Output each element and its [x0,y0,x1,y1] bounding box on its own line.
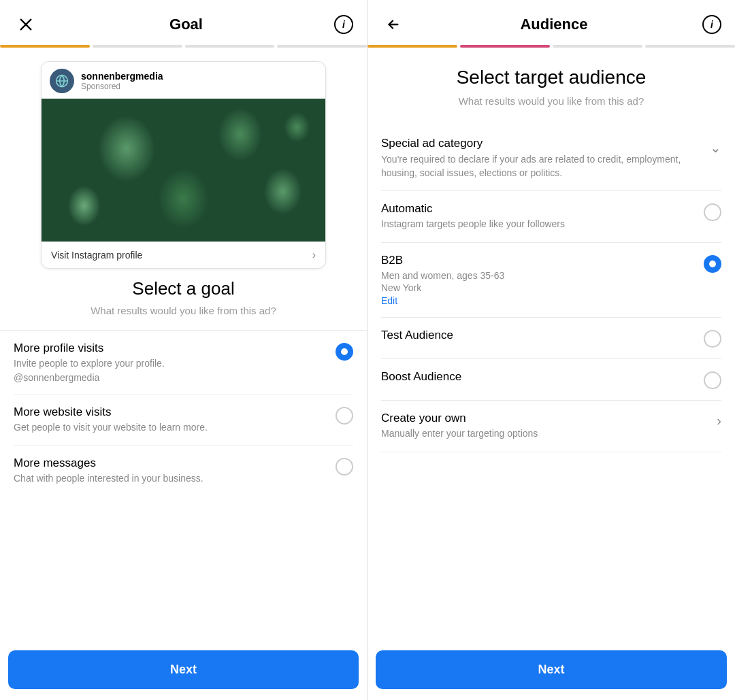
goal-next-button[interactable]: Next [8,650,359,689]
radio-boost[interactable] [704,371,721,389]
audience-options-list: Special ad category You're required to d… [368,126,735,645]
option-website-label: More website visits [14,405,327,419]
boost-label: Boost Audience [381,370,704,384]
radio-test[interactable] [704,330,721,348]
radio-messages[interactable] [336,458,353,476]
card-footer: Visit Instagram profile › [42,241,325,268]
automatic-option-text: Automatic Instagram targets people like … [381,202,704,231]
create-own-chevron-icon: › [717,413,721,429]
option-profile-text: More profile visits Invite people to exp… [14,341,327,383]
goal-option-website-visits[interactable]: More website visits Get people to visit … [14,395,353,446]
option-profile-extra: @sonnenbergmedia [14,372,327,383]
goal-section-subtitle: What results would you like from this ad… [14,305,353,316]
audience-title: Audience [520,16,587,33]
special-category-label: Special ad category [381,137,702,150]
close-button[interactable] [14,12,38,37]
b2b-location: New York [381,282,704,293]
goal-panel: Goal i sonnenbergmedia Sponsored [0,0,368,700]
special-category-desc: You're required to declare if your ads a… [381,153,702,180]
audience-progress-4 [645,45,735,48]
b2b-edit-link[interactable]: Edit [381,295,704,306]
b2b-label: B2B [381,254,704,267]
create-own-desc: Manually enter your targeting options [381,427,717,441]
progress-segment-4 [277,45,367,48]
audience-section-subtitle: What results would you like from this ad… [381,95,721,107]
sponsored-label: Sponsored [81,82,163,91]
account-avatar [50,69,74,93]
card-account-info: sonnenbergmedia Sponsored [81,71,163,91]
audience-option-b2b[interactable]: B2B Men and women, ages 35-63 New York E… [381,243,721,318]
audience-progress-bar [368,45,735,53]
automatic-desc: Instagram targets people like your follo… [381,218,704,231]
chevron-down-icon: ⌄ [710,139,721,156]
ad-preview-card: sonnenbergmedia Sponsored Visit Instagra… [41,61,326,269]
goal-option-profile-visits[interactable]: More profile visits Invite people to exp… [14,331,353,395]
audience-progress-1 [368,45,457,48]
progress-segment-1 [0,45,90,48]
audience-info-button[interactable]: i [702,15,721,34]
test-label: Test Audience [381,329,704,342]
option-website-text: More website visits Get people to visit … [14,405,327,435]
ad-image [42,99,325,241]
radio-b2b[interactable] [704,255,721,273]
goal-section-title: Select a goal [14,278,353,299]
create-own-text: Create your own Manually enter your targ… [381,412,717,441]
audience-option-automatic[interactable]: Automatic Instagram targets people like … [381,191,721,243]
account-name: sonnenbergmedia [81,71,163,82]
create-own-label: Create your own [381,412,717,425]
progress-segment-2 [93,45,182,48]
card-chevron-icon: › [312,249,316,261]
test-option-text: Test Audience [381,329,704,344]
option-profile-label: More profile visits [14,341,327,355]
audience-next-button[interactable]: Next [376,650,727,689]
back-button[interactable] [381,12,406,37]
audience-title-section: Select target audience What results woul… [368,53,735,126]
goal-header: Goal i [0,0,367,45]
automatic-label: Automatic [381,202,704,216]
goal-content: Select a goal What results would you lik… [0,278,367,645]
b2b-desc: Men and women, ages 35-63 [381,269,704,283]
cta-text: Visit Instagram profile [51,250,142,261]
goal-title: Goal [169,16,203,33]
audience-progress-2 [460,45,550,48]
radio-website-visits[interactable] [336,407,353,424]
audience-option-create-own[interactable]: Create your own Manually enter your targ… [381,401,721,452]
audience-section-title: Select target audience [381,67,721,88]
option-messages-text: More messages Chat with people intereste… [14,456,327,486]
special-category-text: Special ad category You're required to d… [381,137,710,180]
goal-info-button[interactable]: i [334,15,353,34]
option-messages-label: More messages [14,456,327,470]
boost-option-text: Boost Audience [381,370,704,386]
goal-progress-bar [0,45,367,53]
audience-panel: Audience i Select target audience What r… [368,0,735,700]
option-messages-desc: Chat with people interested in your busi… [14,472,327,486]
radio-automatic[interactable] [704,203,721,221]
audience-option-test[interactable]: Test Audience [381,318,721,359]
special-category-row[interactable]: Special ad category You're required to d… [381,126,721,191]
card-header: sonnenbergmedia Sponsored [42,62,325,99]
option-profile-desc: Invite people to explore your profile. [14,357,327,371]
audience-progress-3 [553,45,642,48]
radio-profile-visits[interactable] [336,343,353,361]
goal-option-messages[interactable]: More messages Chat with people intereste… [14,446,353,497]
audience-option-boost[interactable]: Boost Audience [381,359,721,401]
option-website-desc: Get people to visit your website to lear… [14,421,327,435]
progress-segment-3 [185,45,275,48]
audience-header: Audience i [368,0,735,45]
b2b-option-text: B2B Men and women, ages 35-63 New York E… [381,254,704,307]
